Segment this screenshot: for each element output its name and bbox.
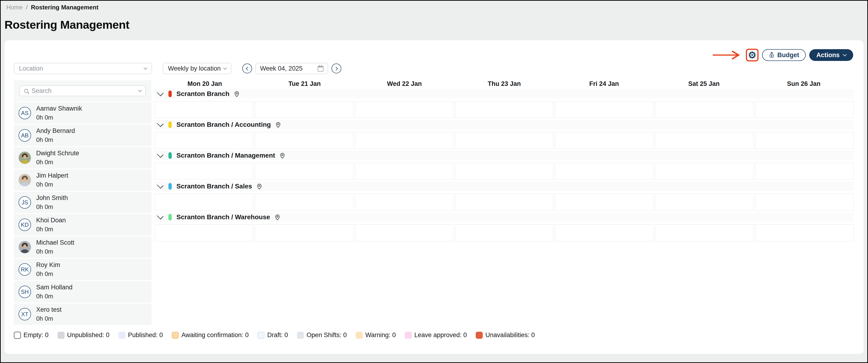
shift-cell[interactable] [155, 224, 253, 241]
employee-hours: 0h 0m [36, 181, 68, 188]
collapse-chevron-icon[interactable] [157, 120, 163, 127]
collapse-chevron-icon[interactable] [157, 182, 163, 189]
location-group: Scranton Branch / Sales [155, 182, 854, 211]
week-picker[interactable]: Week 04, 2025 [255, 63, 328, 74]
shift-cell[interactable] [655, 224, 753, 241]
shift-cell[interactable] [655, 163, 753, 180]
actions-button[interactable]: Actions [809, 49, 853, 61]
shift-cell[interactable] [655, 194, 753, 211]
employee-search[interactable] [20, 85, 146, 96]
avatar [19, 174, 31, 186]
group-header[interactable]: Scranton Branch / Accounting [155, 120, 854, 130]
main-area: AS Aarnav Shawnik 0h 0m AB Andy Bernard [14, 78, 854, 325]
shift-cell[interactable] [355, 194, 454, 211]
calendar-icon[interactable] [318, 66, 323, 72]
legend-item: Published: 0 [118, 332, 163, 339]
shift-cell[interactable] [755, 163, 854, 180]
day-header: Tue 21 Jan [255, 80, 354, 87]
employee-row[interactable]: RK Roy Kim 0h 0m [14, 259, 152, 280]
previous-week-button[interactable] [242, 63, 252, 74]
shift-cell[interactable] [555, 224, 653, 241]
shift-cell[interactable] [555, 132, 653, 149]
shift-cell[interactable] [755, 224, 854, 241]
legend-item: Empty: 0 [14, 332, 49, 339]
shift-cell[interactable] [155, 163, 253, 180]
location-pin-icon [275, 121, 282, 128]
location-select[interactable]: Location [14, 63, 152, 74]
employee-hours: 0h 0m [36, 159, 79, 166]
shift-cell[interactable] [455, 163, 554, 180]
shift-cell[interactable] [755, 101, 854, 118]
shift-cell-row [155, 132, 854, 149]
employee-hours: 0h 0m [36, 114, 82, 121]
budget-button[interactable]: Budget [762, 49, 806, 61]
chevron-down-icon [138, 88, 142, 92]
avatar: XT [19, 308, 31, 320]
legend-item: Warning: 0 [355, 332, 396, 339]
employee-row[interactable]: SH Sam Holland 0h 0m [14, 281, 152, 303]
employee-row[interactable]: AB Andy Bernard 0h 0m [14, 125, 152, 146]
employee-row[interactable]: KD Khoi Doan 0h 0m [14, 214, 152, 235]
shift-cell[interactable] [255, 224, 353, 241]
employee-name: Michael Scott [36, 239, 74, 246]
legend-swatch [355, 332, 363, 339]
location-placeholder: Location [19, 65, 43, 72]
shift-cell[interactable] [655, 132, 753, 149]
employee-name: Jim Halpert [36, 172, 68, 179]
shift-cell[interactable] [755, 132, 854, 149]
collapse-chevron-icon[interactable] [157, 151, 163, 158]
legend-item: Open Shifts: 0 [297, 332, 347, 339]
employee-name: Aarnav Shawnik [36, 105, 82, 112]
group-header[interactable]: Scranton Branch / Warehouse [155, 213, 854, 222]
shift-cell[interactable] [455, 194, 554, 211]
shift-cell[interactable] [555, 194, 653, 211]
shift-cell[interactable] [355, 101, 454, 118]
employee-name: Sam Holland [36, 284, 72, 291]
next-week-button[interactable] [332, 63, 341, 74]
group-header[interactable]: Scranton Branch / Sales [155, 182, 854, 191]
shift-cell[interactable] [555, 101, 653, 118]
breadcrumb-home-link[interactable]: Home [6, 4, 23, 11]
search-panel [14, 80, 152, 102]
shift-cell[interactable] [255, 163, 353, 180]
group-header[interactable]: Scranton Branch / Management [155, 151, 854, 160]
shift-cell[interactable] [355, 163, 454, 180]
shift-cell[interactable] [755, 194, 854, 211]
shift-cell[interactable] [655, 101, 753, 118]
employee-row[interactable]: Jim Halpert 0h 0m [14, 169, 152, 191]
shift-cell-row [155, 101, 854, 118]
employee-row[interactable]: Dwight Schrute 0h 0m [14, 147, 152, 168]
legend-swatch [14, 332, 21, 339]
shift-cell[interactable] [255, 194, 353, 211]
employee-row[interactable]: JS John Smith 0h 0m [14, 192, 152, 213]
group-header[interactable]: Scranton Branch [155, 89, 854, 99]
shift-cell[interactable] [555, 163, 653, 180]
shift-cell[interactable] [155, 194, 253, 211]
location-pin-icon [279, 152, 286, 159]
shift-cell[interactable] [255, 132, 353, 149]
collapse-chevron-icon[interactable] [157, 90, 163, 96]
shift-cell[interactable] [355, 132, 454, 149]
shift-cell[interactable] [455, 132, 554, 149]
annotation-arrow [712, 50, 742, 60]
employee-row[interactable]: XT Xero test 0h 0m [14, 304, 152, 325]
roster-card: ⚙ Budget Actions Location [4, 40, 864, 354]
group-name: Scranton Branch / Warehouse [177, 213, 270, 221]
shift-cell[interactable] [155, 101, 253, 118]
legend-label: Warning: 0 [365, 332, 396, 339]
search-input[interactable] [31, 87, 135, 94]
collapse-chevron-icon[interactable] [157, 213, 163, 220]
shift-cell[interactable] [155, 132, 253, 149]
location-group: Scranton Branch / Warehouse [155, 213, 854, 241]
view-mode-select[interactable]: Weekly by location [163, 63, 231, 74]
settings-button[interactable]: ⚙ [748, 50, 756, 60]
shift-cell[interactable] [455, 101, 554, 118]
employee-sidebar: AS Aarnav Shawnik 0h 0m AB Andy Bernard [14, 80, 152, 325]
shift-cell[interactable] [355, 224, 454, 241]
employee-row[interactable]: Michael Scott 0h 0m [14, 236, 152, 258]
shift-cell[interactable] [455, 224, 554, 241]
search-icon [24, 89, 28, 93]
employee-name: Xero test [36, 306, 62, 313]
shift-cell[interactable] [255, 101, 353, 118]
employee-row[interactable]: AS Aarnav Shawnik 0h 0m [14, 102, 152, 124]
